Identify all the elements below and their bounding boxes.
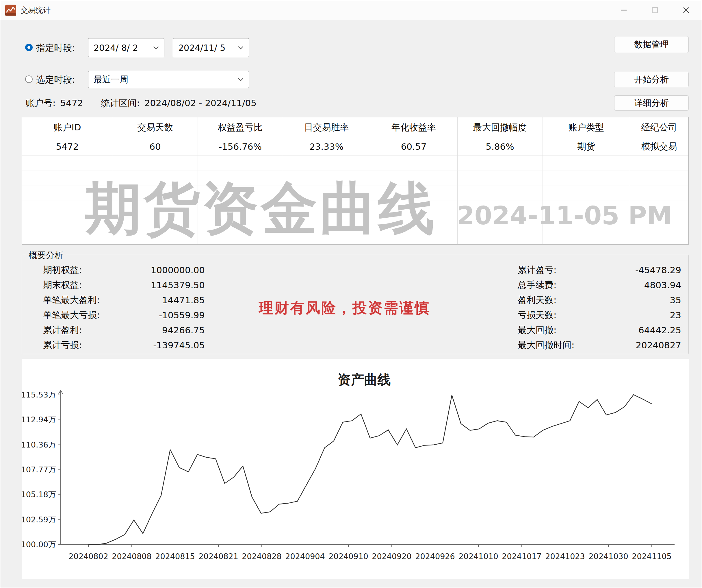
summary-value: 20240827 xyxy=(635,340,681,351)
summary-row: 累计亏损:-139745.05 xyxy=(43,338,205,353)
window-controls xyxy=(608,0,702,20)
column-divider xyxy=(630,117,630,244)
summary-label: 累计盈亏: xyxy=(518,264,556,276)
column-header[interactable]: 交易天数 xyxy=(113,117,198,137)
chart-tick-label: 20240802 xyxy=(69,552,108,561)
chart-tick-label: 115.53万 xyxy=(22,390,56,399)
start-analysis-button[interactable]: 开始分析 xyxy=(614,72,689,87)
summary-label: 累计亏损: xyxy=(43,339,82,351)
asset-chart-panel: 资产曲线 115.53万112.94万110.36万107.77万105.18万… xyxy=(22,359,689,579)
chart-tick-label: 20240910 xyxy=(329,552,368,561)
chart-tick-label: 20241010 xyxy=(458,552,498,561)
table-cell[interactable]: 5.86% xyxy=(457,137,543,156)
column-header[interactable]: 经纪公司 xyxy=(630,117,688,137)
summary-label: 总手续费: xyxy=(518,279,556,291)
summary-value: 64442.25 xyxy=(638,325,681,335)
summary-left: 期初权益:1000000.00期末权益:1145379.50单笔最大盈利:144… xyxy=(43,263,205,353)
chevron-down-icon xyxy=(238,46,244,50)
radio-specified-label: 指定时段: xyxy=(36,43,75,53)
summary-value: 1000000.00 xyxy=(151,265,205,275)
radio-selected-label: 选定时段: xyxy=(36,75,75,84)
watermark-text: 期货资金曲线 xyxy=(85,171,437,244)
chart-tick-label: 20241023 xyxy=(545,552,585,561)
summary-row: 最大回撤时间:20240827 xyxy=(518,338,681,353)
summary-row: 单笔最大亏损:-10559.99 xyxy=(43,308,205,323)
table-cell[interactable]: 期货 xyxy=(543,137,630,156)
radio-specified-period[interactable] xyxy=(25,44,33,51)
chart-axis-line xyxy=(58,390,61,394)
chart-tick-label: 20241105 xyxy=(632,552,671,561)
summary-value: 94266.75 xyxy=(162,325,205,335)
chart-tick-label: 20241030 xyxy=(588,552,628,561)
asset-curve-svg: 115.53万112.94万110.36万107.77万105.18万102.5… xyxy=(22,359,689,579)
table-cell[interactable]: 23.33% xyxy=(283,137,370,156)
column-divider xyxy=(198,117,198,244)
summary-label: 单笔最大盈利: xyxy=(43,294,100,306)
chart-tick-label: 105.18万 xyxy=(22,490,56,499)
account-label: 账户号: xyxy=(26,98,55,108)
summary-row: 盈利天数:35 xyxy=(518,293,681,308)
summary-value: 14471.85 xyxy=(162,295,205,305)
summary-value: 4803.94 xyxy=(644,280,681,290)
chart-tick-label: 100.00万 xyxy=(22,540,56,549)
date-from-select[interactable]: 2024/ 8/ 2 xyxy=(88,38,164,57)
row-divider xyxy=(22,171,688,171)
summary-label: 期末权益: xyxy=(43,279,82,291)
table-cell[interactable]: 60 xyxy=(113,137,198,156)
column-header[interactable]: 权益盈亏比 xyxy=(198,117,283,137)
row-divider xyxy=(22,156,688,156)
table-cell[interactable]: -156.76% xyxy=(198,137,283,156)
chevron-down-icon xyxy=(238,78,244,81)
chevron-down-icon xyxy=(153,46,159,50)
column-header[interactable]: 年化收益率 xyxy=(370,117,457,137)
table-cell[interactable]: 模拟交易 xyxy=(630,137,688,156)
asset-curve-line xyxy=(88,395,652,545)
column-divider xyxy=(113,117,113,244)
table-cell[interactable]: 5472 xyxy=(22,137,113,156)
summary-value: -139745.05 xyxy=(153,340,205,351)
summary-label: 盈利天数: xyxy=(518,294,556,306)
stats-table: 账户ID交易天数权益盈亏比日交易胜率年化收益率最大回撤幅度账户类型经纪公司 54… xyxy=(22,117,689,244)
detail-analysis-button[interactable]: 详细分析 xyxy=(614,95,689,111)
chart-tick-label: 20240904 xyxy=(285,552,325,561)
summary-panel: 期初权益:1000000.00期末权益:1145379.50单笔最大盈利:144… xyxy=(22,255,689,354)
column-divider xyxy=(283,117,283,244)
summary-value: 23 xyxy=(670,310,681,320)
chart-tick-label: 112.94万 xyxy=(22,415,56,424)
summary-row: 最大回撤:64442.25 xyxy=(518,323,681,338)
table-cell[interactable]: 60.57 xyxy=(370,137,457,156)
summary-panel-title: 概要分析 xyxy=(26,250,66,261)
column-header[interactable]: 日交易胜率 xyxy=(283,117,370,137)
period-select[interactable]: 最近一周 xyxy=(88,71,249,88)
summary-label: 最大回撤: xyxy=(518,324,556,336)
table-data-row[interactable]: 547260-156.76%23.33%60.575.86%期货模拟交易 xyxy=(22,137,688,156)
chart-tick-label: 20240926 xyxy=(415,552,455,561)
row-divider xyxy=(22,231,688,231)
app-icon xyxy=(5,4,16,16)
row-divider xyxy=(22,186,688,186)
summary-row: 期初权益:1000000.00 xyxy=(43,263,205,278)
account-value: 5472 xyxy=(60,98,83,108)
date-to-select[interactable]: 2024/11/ 5 xyxy=(173,38,249,57)
summary-value: -10559.99 xyxy=(159,310,205,320)
range-value: 2024/08/02 - 2024/11/05 xyxy=(144,98,256,108)
date-to-value: 2024/11/ 5 xyxy=(178,43,225,53)
summary-row: 累计盈利:94266.75 xyxy=(43,323,205,338)
column-header[interactable]: 账户ID xyxy=(22,117,113,137)
trading-stats-window: 交易统计 指定时段: 2024/ 8/ 2 2024/11/ 5 数据管理 选定… xyxy=(0,0,702,588)
minimize-button[interactable] xyxy=(608,0,639,20)
date-from-value: 2024/ 8/ 2 xyxy=(94,43,138,53)
radio-selected-period[interactable] xyxy=(25,76,33,83)
summary-row: 累计盈亏:-45478.29 xyxy=(518,263,681,278)
range-label: 统计区间: xyxy=(101,98,139,108)
column-header[interactable]: 最大回撤幅度 xyxy=(457,117,543,137)
chart-tick-label: 20240821 xyxy=(199,552,238,561)
column-header[interactable]: 账户类型 xyxy=(543,117,630,137)
maximize-button[interactable] xyxy=(639,0,671,20)
account-info-line: 账户号:5472统计区间:2024/08/02 - 2024/11/05 xyxy=(26,97,256,109)
summary-value: 35 xyxy=(670,295,681,305)
summary-row: 期末权益:1145379.50 xyxy=(43,278,205,293)
data-manage-button[interactable]: 数据管理 xyxy=(614,36,689,53)
chart-tick-label: 20240828 xyxy=(242,552,281,561)
close-button[interactable] xyxy=(671,0,702,20)
